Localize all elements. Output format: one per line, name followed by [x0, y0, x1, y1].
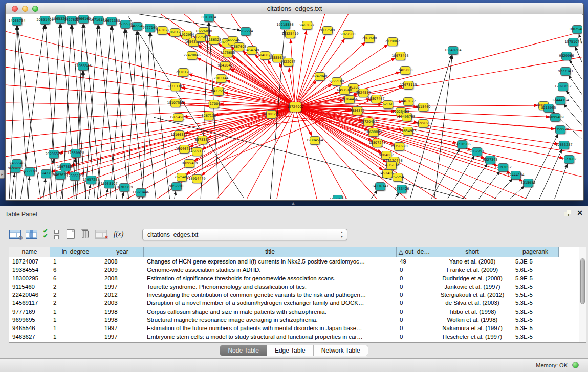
network-node[interactable]: 252254: [393, 173, 403, 182]
table-cell[interactable]: Dudbridge et al. (2008): [432, 274, 512, 282]
network-node[interactable]: 9777169: [145, 24, 155, 32]
table-cell[interactable]: 14569117: [9, 299, 50, 307]
table-cell[interactable]: 2008: [101, 274, 144, 282]
delete-table-icon[interactable]: ✕: [95, 230, 107, 239]
tab-network-table[interactable]: Network Table: [314, 345, 368, 356]
network-node[interactable]: 16648784: [448, 46, 458, 55]
network-node[interactable]: 9733426: [397, 185, 407, 193]
table-cell[interactable]: 6: [50, 274, 101, 282]
network-node[interactable]: 7625402: [177, 173, 187, 182]
table-cell[interactable]: 0: [397, 291, 432, 299]
network-node[interactable]: 1615132: [386, 161, 397, 170]
network-node[interactable]: 14569117: [333, 195, 343, 200]
network-node[interactable]: 10688809: [368, 128, 379, 137]
network-node[interactable]: 19218586: [280, 20, 290, 29]
network-node[interactable]: 12093852: [498, 163, 508, 172]
network-node[interactable]: 9227343: [485, 156, 495, 164]
column-header-pagerank[interactable]: pagerank: [512, 247, 559, 257]
network-node[interactable]: 14055734: [12, 17, 22, 26]
network-node[interactable]: 8860128: [170, 28, 180, 37]
column-header-title[interactable]: title: [144, 247, 397, 257]
network-node[interactable]: 17359928: [71, 149, 81, 158]
network-node[interactable]: 12973115: [403, 81, 413, 90]
table-cell[interactable]: 2012: [101, 291, 144, 299]
network-node[interactable]: 10807467: [371, 95, 381, 103]
table-cell[interactable]: 5.3E-5: [512, 333, 559, 341]
network-node[interactable]: 18107554: [170, 99, 181, 107]
table-cell[interactable]: 18300295: [9, 274, 50, 282]
table-row[interactable]: 1872400712008Changes of HCN gene express…: [9, 257, 586, 266]
table-cell[interactable]: 5.6E-5: [512, 266, 559, 274]
network-node[interactable]: 6497568: [339, 86, 350, 95]
network-node[interactable]: 2803144: [216, 74, 226, 83]
network-node[interactable]: 8267130: [204, 112, 214, 120]
network-node[interactable]: 9242848: [220, 61, 230, 70]
table-row[interactable]: 977716911998Corpus callosum shape and si…: [9, 308, 586, 316]
splitter-handle[interactable]: ▲: [290, 202, 296, 205]
table-cell[interactable]: 2009: [101, 266, 144, 274]
table-cell[interactable]: Tibbo et al. (1998): [432, 308, 512, 316]
network-node[interactable]: 9777169: [25, 167, 35, 176]
float-panel-icon[interactable]: [564, 210, 571, 216]
table-cell[interactable]: 0: [397, 333, 432, 341]
network-node[interactable]: 7485063: [400, 66, 410, 75]
scrollbar-thumb[interactable]: [580, 258, 585, 304]
table-cell[interactable]: 5.3E-5: [512, 324, 559, 332]
network-window[interactable]: citations_edges.txt 18724007766382288601…: [5, 3, 584, 201]
table-row[interactable]: 1830029562008Estimation of significance …: [9, 274, 586, 282]
table-scrollbar[interactable]: [579, 247, 586, 342]
network-node[interactable]: 17359928: [555, 125, 565, 134]
table-cell[interactable]: 9463627: [9, 333, 50, 341]
table-selector-dropdown[interactable]: citations_edges.txt ▲▼: [142, 229, 347, 240]
network-node[interactable]: 10973493: [395, 52, 405, 60]
table-cell[interactable]: Estimation of the future numbers of pati…: [144, 324, 397, 332]
table-cell[interactable]: 2008: [101, 257, 144, 266]
network-node[interactable]: 9115460: [418, 103, 428, 112]
network-node[interactable]: 19166857: [174, 130, 184, 139]
network-node[interactable]: 16958107: [104, 180, 114, 188]
network-node[interactable]: 3624554: [358, 89, 368, 97]
table-cell[interactable]: 1998: [101, 308, 144, 316]
table-row[interactable]: 911546021997Tourette syndrome. Phenomeno…: [9, 282, 586, 291]
network-node[interactable]: 62160: [383, 100, 393, 109]
column-header-year[interactable]: year: [101, 247, 144, 257]
network-node[interactable]: 2867608: [364, 34, 375, 43]
network-node-hub[interactable]: 18724007: [289, 102, 301, 112]
network-node[interactable]: 14569117: [192, 147, 202, 156]
table-cell[interactable]: 2: [50, 291, 101, 299]
network-node[interactable]: 12444154: [555, 96, 565, 105]
table-cell[interactable]: 0: [397, 282, 432, 291]
window-titlebar[interactable]: citations_edges.txt: [6, 3, 583, 15]
table-cell[interactable]: Hescheler et al. (1997): [432, 333, 512, 341]
network-node[interactable]: 10025488: [572, 25, 582, 34]
network-node[interactable]: 2139867: [387, 37, 398, 46]
table-cell[interactable]: Embryonic stem cells: a model to study s…: [144, 333, 397, 341]
table-cell[interactable]: Genome-wide association studies in ADHD.: [144, 266, 397, 274]
network-node[interactable]: 14136141: [375, 182, 385, 191]
network-node[interactable]: 9465546: [12, 159, 22, 168]
table-cell[interactable]: de Silva et al. (2003): [432, 299, 512, 307]
table-row[interactable]: 946554611997Estimation of the future num…: [9, 324, 586, 332]
network-node[interactable]: 19654903: [173, 113, 183, 122]
network-node[interactable]: 9127509: [322, 26, 333, 35]
network-node[interactable]: 8186328: [209, 36, 219, 45]
close-panel-icon[interactable]: ✕: [577, 209, 583, 216]
network-node[interactable]: 9175685: [223, 49, 233, 57]
network-node[interactable]: 9463627: [55, 171, 66, 180]
select-all-icon[interactable]: ✔✔: [43, 229, 47, 239]
network-node[interactable]: 6466160: [78, 15, 89, 24]
table-cell[interactable]: 2003: [101, 299, 144, 307]
table-cell[interactable]: Wolkin et al. (1998): [432, 316, 512, 324]
new-column-icon[interactable]: [67, 229, 75, 239]
table-cell[interactable]: 5.5E-5: [512, 291, 559, 299]
table-row[interactable]: 1456911722003Disruption of a novel membe…: [9, 299, 586, 307]
network-node[interactable]: 19756928: [394, 142, 404, 151]
unselect-all-icon[interactable]: [54, 230, 59, 241]
network-node[interactable]: 19384554: [310, 136, 320, 145]
table-cell[interactable]: 1: [50, 316, 101, 324]
network-node[interactable]: 16099489: [184, 159, 194, 168]
table-cell[interactable]: Jankovic et al. (1997): [432, 282, 512, 291]
network-node[interactable]: 19654923: [403, 127, 413, 136]
network-node[interactable]: 2867608: [234, 42, 244, 51]
table-cell[interactable]: Stergiakouli et al. (2012): [432, 291, 512, 299]
